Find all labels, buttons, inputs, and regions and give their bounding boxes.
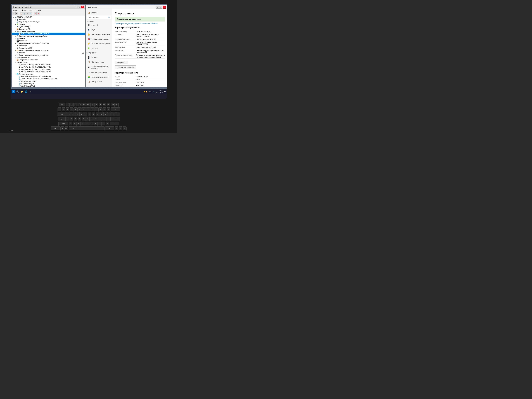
key-5[interactable]: 5 [78, 108, 82, 112]
taskbar-clock[interactable]: 22:20 09.02.2024 [156, 90, 163, 94]
tree-item-soft-devices[interactable]: ▶ 📦 Программные устройства [12, 59, 85, 61]
key-f12[interactable]: F12 [111, 103, 114, 107]
key-alt-left[interactable]: Alt [69, 127, 78, 131]
key-y[interactable]: Y [88, 112, 91, 116]
key-r[interactable]: R [79, 112, 83, 116]
key-u[interactable]: U [92, 112, 95, 116]
key-space[interactable] [78, 127, 105, 131]
taskbar-edge[interactable]: 🌐 [24, 90, 28, 93]
key-s[interactable]: S [70, 117, 73, 121]
key-t[interactable]: T [83, 112, 87, 116]
tree-item-cpu2[interactable]: ⚙ Intel(R) Pentium(R) Gold 7505 @ 2.00GH… [12, 66, 85, 68]
minimize-button[interactable]: — [74, 6, 77, 8]
tree-item-battery[interactable]: ▶ 🔋 Батареи [12, 23, 85, 25]
settings-nav-project[interactable]: 📽 Проецирование на этот компьютер [86, 64, 112, 70]
key-f3[interactable]: F3 [74, 103, 78, 107]
key-f8[interactable]: F8 [95, 103, 98, 107]
key-backslash[interactable]: \ [116, 112, 120, 116]
key-fn[interactable]: Fn [60, 127, 64, 131]
settings-nav-system-components[interactable]: 🧩 Системные компоненты [86, 75, 112, 79]
key-p[interactable]: P [104, 112, 108, 116]
tree-item-video[interactable]: ▶ 🖥 Видеоадаптеры [12, 25, 85, 28]
key-arrow-right[interactable]: → [123, 127, 127, 131]
key-backspace[interactable]: ← [111, 108, 120, 112]
tree-item-audio[interactable]: ▶ 🔊 Аудиовходы и аудиовыходы [12, 21, 85, 23]
key-j[interactable]: J [90, 117, 94, 121]
key-f9[interactable]: F9 [99, 103, 102, 107]
key-q[interactable]: Q [67, 112, 71, 116]
key-ctrl-left[interactable]: Ctrl [51, 127, 60, 131]
key-m[interactable]: M [93, 122, 97, 126]
key-f7[interactable]: F7 [90, 103, 94, 107]
key-shift-left[interactable]: Shift [58, 122, 68, 126]
settings-close[interactable]: ✕ [163, 6, 166, 9]
key-c[interactable]: C [77, 122, 81, 126]
tree-item-cpu3[interactable]: ⚙ Intel(R) Pentium(R) Gold 7505 @ 2.00GH… [12, 68, 85, 71]
key-3[interactable]: 3 [70, 108, 74, 112]
tree-item-keyboard[interactable]: ▶ ⌨ Клавиатуры [12, 40, 85, 42]
key-2[interactable]: 2 [66, 108, 70, 112]
settings-nav-focus[interactable]: 🎯 Фокусировка внимания [86, 37, 112, 41]
key-o[interactable]: O [100, 112, 104, 116]
key-f2[interactable]: F2 [70, 103, 74, 107]
copy-button[interactable]: Копировать [115, 61, 127, 64]
settings-nav-clipboard[interactable]: 📋 Буфер обмена [86, 79, 112, 84]
tree-item-wan-ip[interactable]: 🔗 WAN Miniport (IP) [12, 82, 85, 85]
settings-maximize[interactable]: □ [159, 6, 162, 9]
key-f6[interactable]: F6 [86, 103, 90, 107]
tree-item-mice[interactable]: ▶ 🖱 Мыши и иные указывающие устройства [12, 54, 85, 56]
error-button[interactable]: ✕ [37, 12, 40, 15]
key-b[interactable]: B [85, 122, 89, 126]
tree-item-cpu1[interactable]: ⚙ Intel(R) Pentium(R) Gold 7505 @ 2.00GH… [12, 63, 85, 66]
key-l[interactable]: L [98, 117, 102, 121]
tree-item-computer[interactable]: ▶ 🖥 Компьютер [12, 44, 85, 47]
key-del[interactable]: del [115, 103, 119, 107]
key-f1[interactable]: F1 [66, 103, 70, 107]
tree-item-bluetooth[interactable]: ▶ 📱 Bluetooth [12, 18, 85, 21]
settings-nav-tablet[interactable]: 📱 Планшет [86, 55, 112, 60]
key-n[interactable]: N [89, 122, 93, 126]
tree-item-sound[interactable]: ▶ 🎵 Звуковые, игровые и видеоустройства [12, 35, 85, 37]
tree-item-network[interactable]: ▼ 🌐 Сетевые адаптеры [12, 73, 85, 75]
menu-file[interactable]: Файл [12, 9, 18, 12]
key-f[interactable]: F [78, 117, 81, 121]
properties-button[interactable]: 📋 [20, 12, 23, 15]
key-rbracket[interactable]: ] [112, 112, 116, 116]
key-arrow-down[interactable]: ↓ [119, 127, 122, 131]
taskbar-settings[interactable]: ⚙ [29, 90, 32, 93]
settings-nav-multitask[interactable]: 📋 Многозадачность [86, 60, 112, 64]
key-slash[interactable]: / [106, 122, 109, 126]
maximize-button[interactable]: □ [78, 6, 81, 8]
tree-item-disk[interactable]: ▼ 💾 Дисковые устройства [12, 30, 85, 33]
menu-help[interactable]: Справка [34, 9, 42, 12]
tree-item-wan-ikev2[interactable]: 🔗 WAN Miniport (IKEv2) [12, 80, 85, 82]
key-k[interactable]: K [94, 117, 98, 121]
tree-item-processors[interactable]: ▼ ⚙ Процессоры [12, 61, 85, 63]
key-quote[interactable]: ' [106, 117, 110, 121]
key-arrow-up[interactable]: ↑ [110, 122, 119, 126]
settings-minimize[interactable]: — [156, 6, 159, 9]
key-arrow-left[interactable]: ← [115, 127, 118, 131]
tree-item-bt-personal[interactable]: 📡 Bluetooth Device (Personal Area Networ… [12, 75, 85, 78]
key-f10[interactable]: F10 [103, 103, 106, 107]
tree-item-print[interactable]: ▶ 🖨 Очереди печати [12, 56, 85, 59]
tree-item-software[interactable]: ▶ 📋 Компоненты программного обеспечения [12, 42, 85, 44]
back-button[interactable]: ◀ [12, 12, 15, 15]
tree-item-realtek[interactable]: 📡 Realtek 8821CE Wireless LAN 802.11ac P… [12, 78, 85, 80]
settings-nav-accessibility[interactable]: ⚙ Общие возможности [86, 70, 112, 75]
key-9[interactable]: 9 [94, 108, 98, 112]
settings-nav-home[interactable]: 🏠 Главная [86, 10, 112, 15]
key-0[interactable]: 0 [98, 108, 102, 112]
tree-item-wan-ipv6[interactable]: 🔗 WAN Miniport (IPv6) [12, 85, 85, 87]
menu-view[interactable]: Вид [28, 9, 33, 12]
forward-button[interactable]: ▶ [15, 12, 18, 15]
key-d[interactable]: D [74, 117, 77, 121]
key-v[interactable]: V [81, 122, 85, 126]
key-backtick[interactable]: ` [57, 108, 61, 112]
tree-item-cpu4[interactable]: ⚙ Intel(R) Pentium(R) Gold 7505 @ 2.00GH… [12, 71, 85, 73]
tree-item-storage[interactable]: ▶ 📀 Контроллеры запоминающих устройств [12, 49, 85, 52]
key-semicolon[interactable]: ; [102, 117, 106, 121]
key-7[interactable]: 7 [86, 108, 90, 112]
key-capslock[interactable]: Caps [58, 117, 65, 121]
key-6[interactable]: 6 [82, 108, 86, 112]
